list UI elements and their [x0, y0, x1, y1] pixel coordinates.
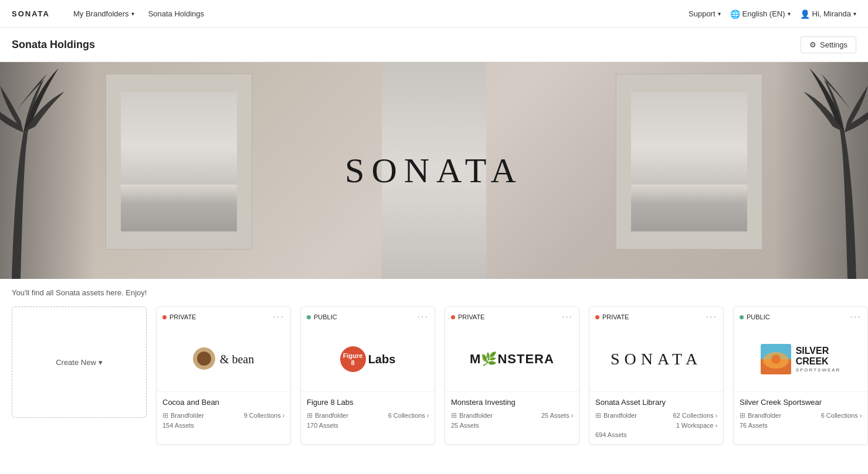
user-icon: 👤 — [800, 9, 810, 19]
settings-button[interactable]: ⚙ Settings — [801, 36, 856, 53]
card-cocoa-bean: PRIVATE ··· & bean Cocoa and Bean ⊞ — [156, 306, 291, 445]
description-text: You'll find all Sonata assets here. Enjo… — [0, 279, 868, 306]
card-footer-sonata: Sonata Asset Library ⊞ Brandfolder 62 Co… — [589, 391, 723, 444]
nav-link-brandfolders[interactable]: My Brandfolders ▾ — [67, 7, 140, 21]
collections-chevron-icon-monstera: › — [571, 412, 573, 419]
assets-count-sonata: 694 Assets — [595, 431, 717, 438]
cocoa-text: & bean — [220, 353, 254, 366]
create-new-card[interactable]: Create New ▾ — [12, 306, 147, 418]
language-menu[interactable]: 🌐 English (EN) ▾ — [730, 9, 791, 19]
collections-link-sonata[interactable]: 62 Collections › — [673, 412, 717, 419]
figure8-circle-text: Figure8 — [343, 352, 363, 366]
visibility-label-silvercreek: PUBLIC — [747, 313, 770, 320]
figure8-logo: Figure8 Labs — [340, 346, 396, 372]
card-name-silvercreek: Silver Creek Sportswear — [740, 398, 862, 407]
hero-title: SONATA — [345, 151, 523, 191]
support-menu[interactable]: Support ▾ — [689, 9, 721, 18]
card-name-sonata: Sonata Asset Library — [595, 398, 717, 407]
brandfolder-grid-icon-fig8: ⊞ — [307, 411, 313, 420]
palm-left-decoration — [0, 62, 94, 279]
sonata-logo: SONATA — [12, 9, 50, 18]
card-menu-figure8[interactable]: ··· — [418, 312, 429, 322]
card-menu-monstera[interactable]: ··· — [562, 312, 573, 322]
sonata-brand-logo: SONATA — [611, 350, 702, 369]
cards-row: Create New ▾ PRIVATE ··· & bean — [12, 306, 856, 445]
private-dot-icon — [162, 315, 167, 319]
brandfolder-meta-left-sonata: ⊞ Brandfolder — [595, 411, 637, 420]
visibility-badge-figure8: PUBLIC — [307, 313, 337, 320]
silver-creek-logo: SILVERCREEK SPORTSWEAR — [761, 344, 841, 374]
brandfolder-grid-icon-monstera: ⊞ — [451, 411, 457, 420]
user-menu[interactable]: 👤 Hi, Miranda ▾ — [800, 9, 856, 19]
arch-panel-left — [106, 74, 252, 250]
brandfolder-meta-left-sc: ⊞ Brandfolder — [740, 411, 781, 420]
visibility-label-figure8: PUBLIC — [314, 313, 337, 320]
brandfolder-grid-icon: ⊞ — [162, 411, 168, 420]
collections-chevron-icon: › — [283, 412, 284, 419]
top-navigation: SONATA My Brandfolders ▾ Sonata Holdings… — [0, 0, 868, 28]
card-menu-cocoa[interactable]: ··· — [273, 312, 284, 322]
private-dot-sonata-icon — [595, 315, 599, 319]
brandfolder-label-silvercreek: Brandfolder — [748, 412, 781, 419]
collections-link-figure8[interactable]: 6 Collections › — [388, 412, 429, 419]
brandfolder-label-sonata: Brandfolder — [603, 412, 637, 419]
public-dot-silvercreek-icon — [740, 315, 744, 319]
card-menu-sonata[interactable]: ··· — [706, 312, 717, 322]
logo-area-sonata: SONATA — [589, 327, 723, 391]
logo-area-silvercreek: SILVERCREEK SPORTSWEAR — [734, 327, 867, 391]
collections-count-sonata: 62 Collections — [673, 412, 714, 419]
card-footer-figure8: Figure 8 Labs ⊞ Brandfolder 6 Collection… — [301, 391, 435, 435]
visibility-label-monstera: PRIVATE — [458, 313, 484, 320]
create-label: Create New ▾ — [56, 358, 103, 367]
card-menu-silvercreek[interactable]: ··· — [850, 312, 862, 322]
logo-area-cocoa: & bean — [157, 327, 290, 391]
hero-background: SONATA — [0, 62, 868, 279]
nav-link-holdings[interactable]: Sonata Holdings — [143, 7, 210, 21]
hero-banner: SONATA — [0, 62, 868, 279]
settings-label: Settings — [820, 40, 847, 49]
page-title: Sonata Holdings — [12, 39, 95, 51]
palm-right-decoration — [774, 62, 868, 279]
card-name-cocoa: Cocoa and Bean — [162, 398, 284, 407]
collections-count-monstera: 25 Assets — [541, 412, 569, 419]
collections-link-cocoa[interactable]: 9 Collections › — [244, 412, 284, 419]
sc-image — [761, 344, 791, 374]
brandfolder-meta-left-fig8: ⊞ Brandfolder — [307, 411, 348, 420]
card-meta-cocoa: ⊞ Brandfolder 9 Collections › — [162, 411, 284, 420]
brandfolder-grid-icon-sc: ⊞ — [740, 411, 745, 420]
card-meta-sonata: ⊞ Brandfolder 62 Collections › — [595, 411, 717, 420]
brandfolder-meta-left-monstera: ⊞ Brandfolder — [451, 411, 493, 420]
silver-creek-name: SILVERCREEK — [796, 346, 841, 366]
support-chevron-icon: ▾ — [718, 11, 721, 17]
figure8-label-text: Labs — [368, 353, 396, 366]
assets-count-cocoa: 154 Assets — [162, 422, 284, 429]
collections-link-silvercreek[interactable]: 6 Collections › — [821, 412, 862, 419]
card-figure8: PUBLIC ··· Figure8 Labs Figure 8 Labs ⊞ … — [300, 306, 435, 445]
card-silver-creek: PUBLIC ··· SILVERCREEK — [733, 306, 868, 445]
collections-chevron-icon-fig8: › — [427, 412, 429, 419]
collections-link-monstera[interactable]: 25 Assets › — [541, 412, 573, 419]
card-header-silvercreek: PUBLIC ··· — [734, 307, 867, 327]
visibility-badge-cocoa: PRIVATE — [162, 313, 196, 320]
page-header: Sonata Holdings ⚙ Settings — [0, 28, 868, 62]
visibility-label-cocoa: PRIVATE — [169, 313, 196, 320]
collections-chevron-icon-sonata: › — [716, 412, 717, 419]
user-label: Hi, Miranda — [812, 9, 851, 18]
card-meta-silvercreek: ⊞ Brandfolder 6 Collections › — [740, 411, 862, 420]
public-dot-icon — [307, 315, 311, 319]
support-label: Support — [689, 9, 716, 18]
card-footer-monstera: Monstera Investing ⊞ Brandfolder 25 Asse… — [445, 391, 579, 435]
silver-creek-sub: SPORTSWEAR — [796, 367, 841, 373]
cocoa-logo: & bean — [193, 347, 254, 371]
card-meta-figure8: ⊞ Brandfolder 6 Collections › — [307, 411, 429, 420]
logo-area-monstera: M🌿NSTERA — [445, 327, 579, 391]
card-name-figure8: Figure 8 Labs — [307, 398, 429, 407]
visibility-label-sonata: PRIVATE — [602, 313, 629, 320]
create-chevron-icon: ▾ — [99, 358, 103, 367]
nav-right: Support ▾ 🌐 English (EN) ▾ 👤 Hi, Miranda… — [689, 9, 856, 19]
workspace-chevron-icon: › — [716, 422, 717, 429]
workspace-count-sonata: 1 Workspace — [676, 422, 714, 429]
collections-count-silvercreek: 6 Collections — [821, 412, 858, 419]
card-header-cocoa: PRIVATE ··· — [157, 307, 290, 327]
workspace-link-sonata[interactable]: 1 Workspace › — [676, 422, 717, 429]
